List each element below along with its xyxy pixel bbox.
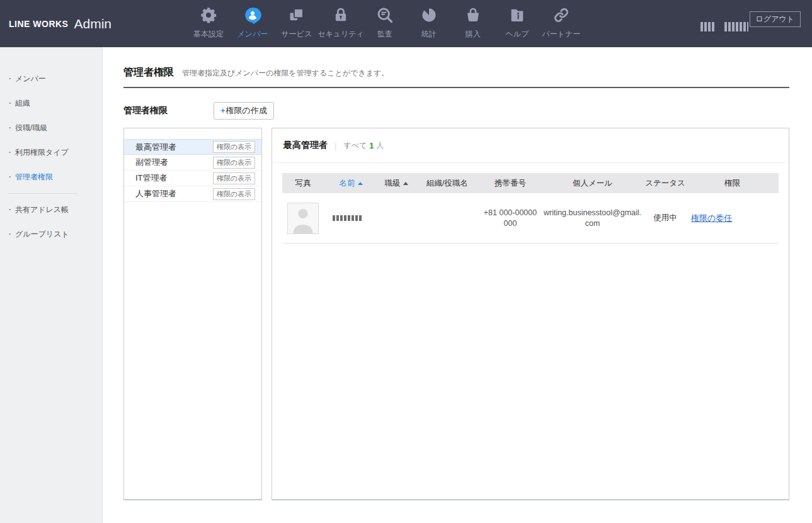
sidebar-item-group-list[interactable]: グループリスト	[0, 223, 102, 245]
delegate-permission-link[interactable]: 権限の委任	[691, 213, 732, 224]
section-header: 管理者権限 +権限の作成	[123, 102, 789, 120]
nav-item-purchase[interactable]: 購入	[451, 0, 495, 47]
top-navbar: LINE WORKS Admin 基本設定 メンバー サービス セキュリティ	[0, 0, 812, 47]
lock-icon	[331, 6, 350, 25]
nav-item-label: 統計	[421, 29, 437, 40]
brand-text: LINE WORKS	[9, 19, 68, 29]
col-header-phone: 携帯番号	[480, 178, 540, 189]
nav-item-partner[interactable]: パートナー	[539, 0, 583, 47]
role-row-sub-admin[interactable]: 副管理者 権限の表示	[124, 155, 261, 171]
logout-button[interactable]: ログアウト	[750, 11, 801, 27]
nav-item-label: 基本設定	[193, 29, 224, 40]
col-header-photo: 写真	[282, 178, 324, 189]
table-row: +81 000-00000 000 writing.businesstool@g…	[282, 193, 779, 244]
role-name: IT管理者	[135, 172, 168, 184]
sidebar-item-organization[interactable]: 組織	[0, 93, 102, 115]
member-count: 1	[369, 141, 374, 150]
member-photo-cell	[282, 203, 324, 234]
audit-search-icon	[375, 6, 394, 25]
section-title: 管理者権限	[123, 105, 214, 116]
member-detail-panel: 最高管理者 | すべて 1 人 写真 名前 職級 組織/役職名 携帯番号 個人メ…	[272, 128, 789, 500]
member-status-cell: 使用中	[644, 213, 686, 223]
col-header-name[interactable]: 名前	[324, 178, 378, 189]
page-header: 管理者権限 管理者指定及びメンバーの権限を管理することができます。	[123, 66, 789, 88]
pie-chart-icon	[420, 6, 438, 25]
sidebar-item-usage-permission-type[interactable]: 利用権限タイプ	[0, 142, 102, 164]
show-permissions-button[interactable]: 権限の表示	[213, 172, 255, 184]
col-header-org: 組織/役職名	[415, 178, 480, 189]
role-row-super-admin[interactable]: 最高管理者 権限の表示	[124, 139, 261, 155]
col-header-label: 権限	[724, 178, 740, 189]
member-phone-cell: +81 000-00000 000	[480, 208, 540, 229]
sidebar-item-admin-permissions[interactable]: 管理者権限	[0, 166, 102, 188]
nav-item-label: サービス	[282, 29, 312, 40]
col-header-email: 個人メール	[540, 178, 644, 189]
sidebar-item-shared-address-book[interactable]: 共有アドレス帳	[0, 199, 102, 221]
main-nav: 基本設定 メンバー サービス セキュリティ 監査	[186, 0, 583, 47]
gear-icon	[199, 6, 218, 25]
navbar-right: ログアウト	[700, 0, 801, 47]
product-text: Admin	[74, 16, 112, 31]
member-icon	[243, 6, 262, 25]
member-name-redacted	[333, 215, 363, 221]
nav-item-services[interactable]: サービス	[275, 0, 319, 47]
divider: |	[335, 141, 336, 150]
create-permission-button[interactable]: +権限の作成	[214, 102, 274, 120]
help-info-icon	[508, 6, 527, 25]
nav-item-audit[interactable]: 監査	[363, 0, 407, 47]
col-header-rank[interactable]: 職級	[378, 178, 415, 189]
nav-item-label: メンバー	[237, 29, 268, 40]
nav-item-members[interactable]: メンバー	[231, 0, 275, 47]
member-email-cell: writing.businesstool@gmail.com	[540, 208, 644, 229]
col-header-label: ステータス	[645, 178, 685, 189]
nav-item-security[interactable]: セキュリティ	[319, 0, 363, 47]
col-header-status: ステータス	[644, 178, 686, 189]
nav-item-label: 購入	[466, 29, 481, 40]
create-permission-label: 権限の作成	[226, 106, 267, 115]
sort-asc-icon	[358, 182, 363, 185]
sidebar-item-positions[interactable]: 役職/職級	[0, 117, 102, 139]
show-permissions-button[interactable]: 権限の表示	[213, 188, 255, 200]
basket-icon	[464, 6, 483, 25]
nav-item-basic-settings[interactable]: 基本設定	[186, 0, 231, 47]
sidebar-item-members[interactable]: メンバー	[0, 68, 102, 90]
link-icon	[552, 6, 571, 25]
role-name: 最高管理者	[135, 142, 176, 153]
left-sidebar: メンバー 組織 役職/職級 利用権限タイプ 管理者権限 共有アドレス帳 グループ…	[0, 47, 103, 523]
nav-item-label: パートナー	[542, 29, 581, 40]
role-row-hr-admin[interactable]: 人事管理者 権限の表示	[124, 186, 261, 202]
col-header-label: 職級	[385, 178, 401, 189]
role-name: 人事管理者	[135, 188, 176, 200]
service-icon	[287, 6, 306, 25]
member-permission-cell: 権限の委任	[686, 213, 779, 224]
show-permissions-button[interactable]: 権限の表示	[213, 141, 255, 153]
nav-item-label: セキュリティ	[317, 29, 364, 40]
sidebar-divider	[8, 193, 78, 194]
role-row-it-admin[interactable]: IT管理者 権限の表示	[124, 171, 261, 186]
page-title: 管理者権限	[123, 66, 174, 79]
redacted-text	[700, 22, 716, 31]
role-name: 副管理者	[135, 157, 168, 168]
nav-item-help[interactable]: ヘルプ	[495, 0, 539, 47]
col-header-label: 携帯番号	[495, 178, 526, 189]
sort-asc-icon	[403, 182, 408, 185]
member-count-unit: 人	[376, 140, 384, 151]
col-header-label: 名前	[340, 178, 355, 189]
col-header-permission: 権限	[686, 178, 779, 189]
role-list-panel: 最高管理者 権限の表示 副管理者 権限の表示 IT管理者 権限の表示 人事管理者…	[123, 128, 262, 500]
plus-icon: +	[220, 106, 226, 115]
detail-panel-title: 最高管理者	[283, 140, 328, 151]
members-table: 写真 名前 職級 組織/役職名 携帯番号 個人メール ステータス 権限	[282, 173, 779, 244]
member-name-cell	[324, 215, 378, 221]
nav-item-statistics[interactable]: 統計	[407, 0, 451, 47]
nav-item-label: ヘルプ	[506, 29, 529, 40]
table-header-row: 写真 名前 職級 組織/役職名 携帯番号 個人メール ステータス 権限	[282, 173, 779, 193]
detail-panel-header: 最高管理者 | すべて 1 人	[272, 128, 789, 163]
col-header-label: 個人メール	[573, 178, 612, 189]
redacted-text	[724, 22, 748, 31]
nav-item-label: 監査	[377, 29, 392, 40]
col-header-label: 写真	[295, 178, 311, 189]
avatar	[287, 203, 319, 234]
show-permissions-button[interactable]: 権限の表示	[213, 157, 255, 169]
filter-all-label: すべて	[343, 140, 367, 151]
